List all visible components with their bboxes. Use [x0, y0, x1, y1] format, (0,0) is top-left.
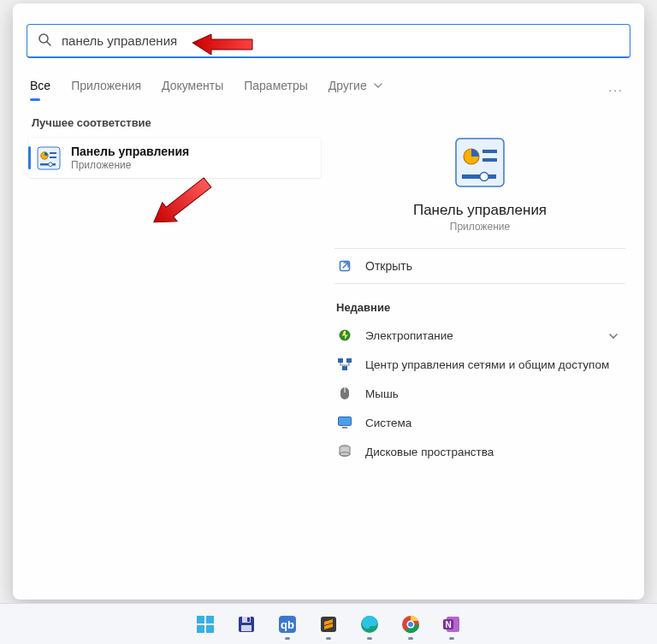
open-external-icon: [336, 257, 353, 275]
tab-more[interactable]: Другие: [328, 79, 382, 101]
svg-rect-7: [40, 163, 56, 166]
svg-rect-27: [197, 616, 204, 623]
edge-icon: [359, 614, 380, 635]
action-area: Открыть Недавние Электропитание Центр уп…: [331, 249, 629, 466]
svg-marker-9: [147, 173, 215, 233]
onenote-icon: N: [441, 614, 462, 635]
qbittorrent-icon: qb: [277, 614, 298, 635]
svg-line-1: [47, 42, 50, 45]
sublime-icon: [318, 614, 339, 635]
svg-text:N: N: [445, 620, 451, 629]
recent-item-disks[interactable]: Дисковые пространства: [331, 437, 629, 466]
svg-point-15: [480, 173, 488, 181]
taskbar-item-save[interactable]: [229, 607, 263, 641]
svg-point-8: [49, 162, 53, 166]
svg-rect-30: [206, 625, 214, 633]
tab-all[interactable]: Все: [30, 79, 50, 101]
search-bar[interactable]: [27, 24, 630, 58]
best-match-label: Лучшее соответствие: [32, 116, 321, 129]
svg-rect-18: [338, 358, 343, 363]
annotation-arrow: [143, 169, 218, 240]
chrome-icon: [400, 614, 421, 635]
more-options-button[interactable]: ···: [605, 80, 627, 100]
svg-rect-29: [197, 625, 204, 633]
svg-rect-28: [206, 616, 214, 623]
recent-item-label: Дисковые пространства: [365, 446, 494, 458]
svg-rect-14: [462, 174, 496, 179]
tab-more-label: Другие: [328, 79, 367, 92]
preview-subtitle: Приложение: [450, 221, 510, 233]
result-subtitle: Приложение: [71, 159, 189, 171]
recent-item-power[interactable]: Электропитание: [331, 321, 629, 350]
system-icon: [336, 414, 353, 431]
chevron-down-icon: [374, 79, 382, 92]
open-action[interactable]: Открыть: [331, 249, 629, 283]
save-disk-icon: [236, 614, 257, 635]
results-column: Лучшее соответствие Панель управления Пр…: [28, 116, 321, 178]
expand-actions-button[interactable]: [603, 326, 624, 346]
power-icon: [336, 327, 353, 344]
tab-settings[interactable]: Параметры: [244, 79, 308, 101]
control-panel-icon: [454, 137, 506, 188]
recent-item-label: Центр управления сетями и общим доступом: [365, 358, 609, 371]
taskbar-item-edge[interactable]: [352, 607, 387, 641]
svg-rect-37: [321, 617, 336, 632]
svg-rect-10: [456, 139, 504, 186]
svg-rect-5: [50, 152, 56, 154]
svg-point-41: [408, 622, 413, 627]
preview-hero: Панель управления Приложение: [331, 128, 629, 248]
svg-rect-34: [247, 617, 250, 622]
recent-item-label: Электропитание: [365, 329, 453, 342]
recent-item-mouse[interactable]: Мышь: [331, 379, 629, 408]
mouse-icon: [336, 385, 353, 402]
recent-item-system[interactable]: Система: [331, 408, 629, 437]
recent-item-label: Мышь: [365, 387, 399, 400]
svg-rect-24: [342, 427, 347, 428]
taskbar-start-button[interactable]: [188, 607, 222, 641]
taskbar-item-qbittorrent[interactable]: qb: [270, 607, 305, 641]
recent-item-network[interactable]: Центр управления сетями и общим доступом: [331, 350, 629, 379]
control-panel-icon: [37, 146, 61, 170]
svg-text:qb: qb: [281, 618, 294, 631]
network-center-icon: [336, 356, 353, 373]
svg-rect-6: [50, 157, 56, 158]
result-text: Панель управления Приложение: [71, 145, 189, 171]
taskbar: qb N: [0, 603, 657, 644]
recent-section-label: Недавние: [336, 301, 624, 314]
result-title: Панель управления: [71, 145, 189, 158]
result-item-control-panel[interactable]: Панель управления Приложение: [28, 138, 321, 178]
search-icon: [38, 32, 51, 49]
search-flyout: Все Приложения Документы Параметры Други…: [13, 3, 644, 600]
svg-rect-12: [482, 150, 497, 153]
start-icon: [195, 614, 216, 635]
search-input[interactable]: [60, 32, 619, 49]
open-action-label: Открыть: [365, 259, 412, 273]
svg-rect-23: [339, 417, 352, 426]
svg-rect-13: [482, 158, 497, 162]
filter-tabs: Все Приложения Документы Параметры Други…: [30, 79, 627, 101]
svg-rect-33: [241, 625, 252, 631]
tab-documents[interactable]: Документы: [162, 79, 223, 101]
preview-title: Панель управления: [413, 202, 547, 219]
recent-item-label: Система: [365, 417, 411, 429]
preview-pane: Панель управления Приложение Открыть Нед…: [330, 128, 629, 582]
taskbar-item-sublime[interactable]: [311, 607, 346, 641]
tab-apps[interactable]: Приложения: [71, 79, 141, 101]
taskbar-item-onenote[interactable]: N: [435, 607, 469, 641]
svg-rect-19: [346, 358, 352, 363]
taskbar-item-chrome[interactable]: [394, 607, 428, 641]
divider: [334, 283, 625, 284]
disk-spaces-icon: [336, 443, 353, 460]
